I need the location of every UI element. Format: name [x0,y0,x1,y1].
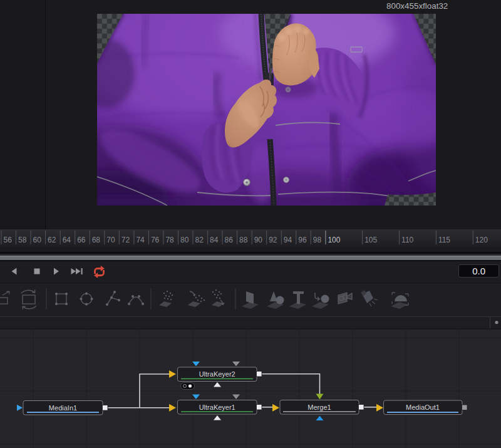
svg-text:115: 115 [438,236,450,244]
svg-text:60: 60 [33,236,42,244]
svg-text:90: 90 [254,236,263,244]
svg-text:MediaIn1: MediaIn1 [49,404,77,412]
svg-text:70: 70 [106,236,115,244]
svg-text:UltraKeyer1: UltraKeyer1 [199,404,235,411]
svg-text:120: 120 [475,236,488,244]
svg-text:74: 74 [136,236,145,244]
svg-text:92: 92 [269,236,277,244]
svg-text:86: 86 [225,236,234,244]
svg-text:58: 58 [18,236,27,244]
svg-text:64: 64 [63,236,71,244]
svg-text:76: 76 [151,236,160,244]
svg-text:66: 66 [77,236,86,244]
svg-text:UltraKeyer2: UltraKeyer2 [199,370,235,378]
svg-text:94: 94 [284,236,292,244]
svg-text:56: 56 [4,236,13,244]
svg-text:105: 105 [364,236,377,244]
svg-text:100: 100 [328,236,340,244]
svg-text:96: 96 [298,236,307,244]
svg-text:98: 98 [313,236,322,244]
svg-text:72: 72 [121,236,130,244]
svg-text:82: 82 [195,236,204,244]
svg-text:MediaOut1: MediaOut1 [406,404,440,411]
svg-text:Merge1: Merge1 [307,404,331,411]
svg-text:80: 80 [180,236,189,244]
svg-text:62: 62 [48,236,56,244]
svg-text:68: 68 [92,236,101,244]
svg-text:110: 110 [401,236,413,244]
svg-text:88: 88 [239,236,248,244]
svg-text:84: 84 [210,236,219,244]
svg-text:78: 78 [165,236,174,244]
